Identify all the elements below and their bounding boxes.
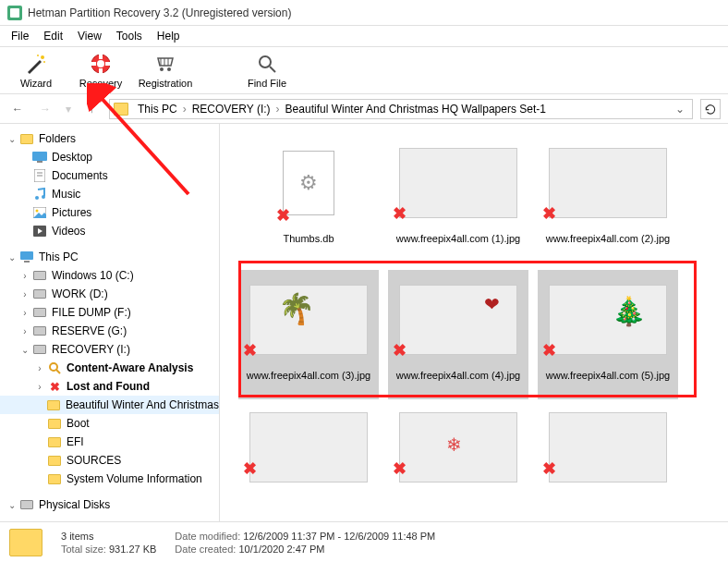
tree-drive-recovery[interactable]: RECOVERY (I:) bbox=[0, 340, 219, 359]
nav-bar: ← → ▾ ↑ This PC › RECOVERY (I:) › Beauti… bbox=[0, 94, 728, 124]
file-name: www.freepix4all.com (4).jpg bbox=[396, 370, 521, 382]
wizard-button[interactable]: Wizard bbox=[4, 47, 68, 93]
svg-rect-10 bbox=[105, 62, 111, 66]
file-thumbnail[interactable]: ✖www.freepix4all.com (2).jpg bbox=[538, 133, 678, 263]
file-thumbnail[interactable]: ✖www.freepix4all.com (5).jpg bbox=[538, 270, 678, 399]
svg-point-12 bbox=[167, 67, 171, 71]
tree-item[interactable]: Content-Aware Analysis bbox=[0, 359, 219, 377]
tree-quick-pictures[interactable]: Pictures bbox=[0, 203, 219, 222]
tree-folders-root[interactable]: Folders bbox=[0, 129, 219, 148]
tree-drive[interactable]: WORK (D:) bbox=[0, 285, 219, 303]
deleted-marker-icon: ✖ bbox=[393, 340, 406, 360]
drive-icon bbox=[31, 324, 48, 338]
refresh-button[interactable] bbox=[700, 99, 721, 119]
tree-item[interactable]: System Volume Information bbox=[0, 470, 219, 488]
toolbar: Wizard Recovery Registration Find File bbox=[0, 46, 728, 94]
tree-item[interactable]: ✖Lost and Found bbox=[0, 377, 219, 396]
svg-point-6 bbox=[97, 60, 104, 67]
up-button[interactable]: ↑ bbox=[81, 99, 102, 119]
findfile-button[interactable]: Find File bbox=[235, 47, 299, 93]
history-dropdown[interactable]: ▾ bbox=[63, 99, 74, 119]
breadcrumb[interactable]: This PC › RECOVERY (I:) › Beautiful Wint… bbox=[109, 99, 693, 119]
back-button[interactable]: ← bbox=[7, 99, 28, 119]
tree-drive[interactable]: Windows 10 (C:) bbox=[0, 266, 219, 285]
folder-icon bbox=[9, 529, 42, 556]
tree-quick-desktop[interactable]: Desktop bbox=[0, 148, 219, 166]
menu-tools[interactable]: Tools bbox=[109, 28, 150, 44]
file-list-scroll[interactable]: ⚙✖Thumbs.db✖www.freepix4all.com (1).jpg✖… bbox=[220, 124, 728, 521]
tree-item[interactable]: Beautiful Winter And Christmas bbox=[0, 396, 219, 414]
status-bar: 3 items Total size: 931.27 KB Date modif… bbox=[0, 521, 728, 562]
file-thumbnail[interactable]: ⚙✖Thumbs.db bbox=[238, 133, 379, 263]
file-thumbnail[interactable]: ✖www.freepix4all.com (3).jpg bbox=[238, 270, 379, 399]
title-bar: Hetman Partition Recovery 3.2 (Unregiste… bbox=[0, 0, 728, 26]
menu-edit[interactable]: Edit bbox=[36, 28, 70, 44]
menu-help[interactable]: Help bbox=[150, 28, 188, 44]
crumb-thispc[interactable]: This PC bbox=[134, 103, 181, 116]
tree-item[interactable]: EFI bbox=[0, 433, 219, 451]
svg-point-11 bbox=[160, 67, 164, 71]
status-modified: 12/6/2009 11:37 PM - 12/6/2009 11:48 PM bbox=[243, 531, 435, 542]
videos-icon bbox=[31, 224, 48, 238]
deleted-marker-icon: ✖ bbox=[243, 340, 257, 360]
svg-rect-9 bbox=[91, 62, 96, 66]
file-thumbnail[interactable]: ✖www.freepix4all.com (4).jpg bbox=[388, 270, 528, 399]
drive-icon bbox=[18, 497, 35, 512]
chevron-right-icon: › bbox=[181, 103, 188, 116]
forward-button[interactable]: → bbox=[35, 99, 55, 119]
music-icon bbox=[31, 187, 48, 202]
desktop-icon bbox=[31, 150, 48, 165]
deleted-marker-icon: ✖ bbox=[393, 458, 406, 479]
crumb-folder[interactable]: Beautiful Winter And Christmas HQ Wallpa… bbox=[282, 103, 550, 116]
breadcrumb-dropdown[interactable]: ⌄ bbox=[672, 103, 688, 116]
file-thumbnail[interactable]: ✖ bbox=[388, 407, 528, 481]
file-list: ⚙✖Thumbs.db✖www.freepix4all.com (1).jpg✖… bbox=[220, 124, 728, 521]
file-name: www.freepix4all.com (1).jpg bbox=[396, 233, 521, 245]
tree-item[interactable]: SOURCES bbox=[0, 451, 219, 470]
wand-icon bbox=[24, 52, 48, 76]
tree-quick-videos[interactable]: Videos bbox=[0, 222, 219, 240]
drive-icon bbox=[31, 342, 48, 357]
crumb-recovery[interactable]: RECOVERY (I:) bbox=[188, 103, 274, 116]
file-thumbnail[interactable]: ✖ bbox=[238, 407, 379, 481]
svg-point-23 bbox=[35, 196, 39, 200]
menu-view[interactable]: View bbox=[70, 28, 109, 44]
folder-icon bbox=[46, 471, 63, 486]
svg-rect-1 bbox=[10, 8, 19, 18]
menu-file[interactable]: File bbox=[4, 28, 36, 44]
folder-tree: Folders DesktopDocumentsMusicPicturesVid… bbox=[0, 124, 220, 521]
file-name: Thumbs.db bbox=[283, 233, 334, 245]
tree-drive[interactable]: FILE DUMP (F:) bbox=[0, 303, 219, 322]
svg-point-26 bbox=[36, 210, 39, 213]
tree-drive[interactable]: RESERVE (G:) bbox=[0, 322, 219, 340]
status-modified-label: Date modified: bbox=[175, 531, 240, 542]
tree-quick-music[interactable]: Music bbox=[0, 185, 219, 203]
deleted-marker-icon: ✖ bbox=[243, 458, 257, 479]
registration-button[interactable]: Registration bbox=[133, 47, 198, 93]
file-name: www.freepix4all.com (2).jpg bbox=[546, 233, 671, 245]
documents-icon bbox=[31, 168, 48, 183]
folder-icon bbox=[18, 131, 35, 146]
svg-point-24 bbox=[42, 195, 45, 199]
folder-icon bbox=[46, 434, 63, 449]
file-name: www.freepix4all.com (5).jpg bbox=[546, 370, 671, 382]
recovery-button[interactable]: Recovery bbox=[68, 47, 133, 93]
tree-physical-disks[interactable]: Physical Disks bbox=[0, 495, 219, 514]
search-icon bbox=[255, 52, 279, 76]
svg-point-16 bbox=[260, 56, 271, 67]
tree-thispc[interactable]: This PC bbox=[0, 248, 219, 266]
search-icon bbox=[46, 360, 63, 375]
file-thumbnail[interactable]: ✖www.freepix4all.com (1).jpg bbox=[388, 133, 528, 263]
drive-icon bbox=[31, 268, 48, 283]
tree-quick-documents[interactable]: Documents bbox=[0, 166, 219, 185]
status-size: 931.27 KB bbox=[109, 544, 156, 555]
svg-rect-29 bbox=[24, 261, 30, 263]
svg-line-31 bbox=[56, 370, 60, 373]
refresh-icon bbox=[704, 103, 717, 116]
file-thumbnail[interactable]: ✖ bbox=[538, 407, 678, 481]
folder-icon bbox=[46, 416, 63, 431]
pictures-icon bbox=[31, 205, 48, 220]
menu-bar: File Edit View Tools Help bbox=[0, 26, 728, 46]
tree-item[interactable]: Boot bbox=[0, 414, 219, 433]
folder-icon bbox=[46, 397, 62, 412]
